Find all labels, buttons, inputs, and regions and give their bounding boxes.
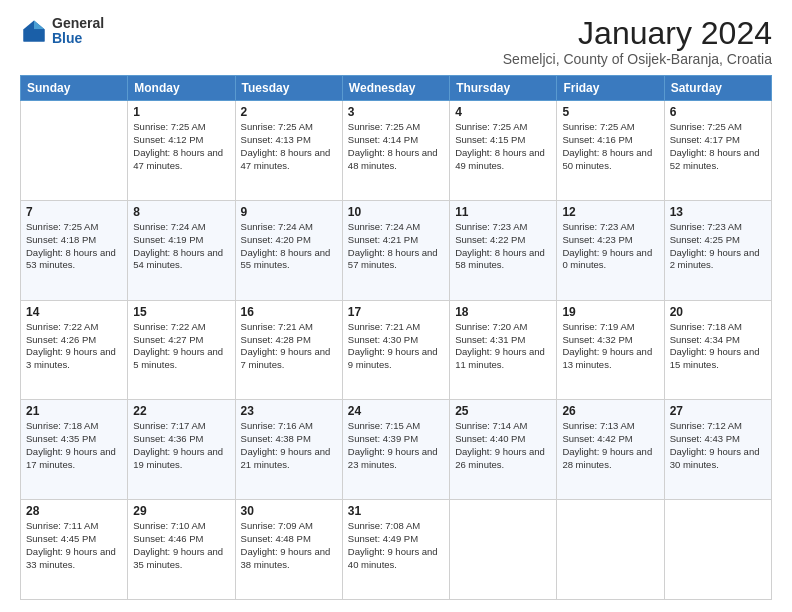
col-thursday: Thursday (450, 76, 557, 101)
calendar-cell (21, 101, 128, 201)
col-wednesday: Wednesday (342, 76, 449, 101)
week-row-4: 28Sunrise: 7:11 AMSunset: 4:45 PMDayligh… (21, 500, 772, 600)
calendar-cell: 1Sunrise: 7:25 AMSunset: 4:12 PMDaylight… (128, 101, 235, 201)
sunset-text: Sunset: 4:25 PM (670, 234, 740, 245)
sunrise-text: Sunrise: 7:23 AM (455, 221, 527, 232)
daylight-text: Daylight: 9 hours and 19 minutes. (133, 446, 223, 470)
calendar-cell: 22Sunrise: 7:17 AMSunset: 4:36 PMDayligh… (128, 400, 235, 500)
daylight-text: Daylight: 9 hours and 17 minutes. (26, 446, 116, 470)
cell-content: Sunrise: 7:08 AMSunset: 4:49 PMDaylight:… (348, 520, 444, 571)
sunset-text: Sunset: 4:12 PM (133, 134, 203, 145)
cell-content: Sunrise: 7:25 AMSunset: 4:13 PMDaylight:… (241, 121, 337, 172)
week-row-2: 14Sunrise: 7:22 AMSunset: 4:26 PMDayligh… (21, 300, 772, 400)
daylight-text: Daylight: 8 hours and 47 minutes. (241, 147, 331, 171)
cell-content: Sunrise: 7:10 AMSunset: 4:46 PMDaylight:… (133, 520, 229, 571)
sunset-text: Sunset: 4:46 PM (133, 533, 203, 544)
col-friday: Friday (557, 76, 664, 101)
cell-content: Sunrise: 7:16 AMSunset: 4:38 PMDaylight:… (241, 420, 337, 471)
sunrise-text: Sunrise: 7:17 AM (133, 420, 205, 431)
sunrise-text: Sunrise: 7:22 AM (133, 321, 205, 332)
calendar-cell: 31Sunrise: 7:08 AMSunset: 4:49 PMDayligh… (342, 500, 449, 600)
daylight-text: Daylight: 9 hours and 5 minutes. (133, 346, 223, 370)
sunrise-text: Sunrise: 7:13 AM (562, 420, 634, 431)
col-tuesday: Tuesday (235, 76, 342, 101)
cell-content: Sunrise: 7:20 AMSunset: 4:31 PMDaylight:… (455, 321, 551, 372)
cell-content: Sunrise: 7:25 AMSunset: 4:18 PMDaylight:… (26, 221, 122, 272)
calendar-cell: 24Sunrise: 7:15 AMSunset: 4:39 PMDayligh… (342, 400, 449, 500)
calendar-cell: 12Sunrise: 7:23 AMSunset: 4:23 PMDayligh… (557, 200, 664, 300)
logo-text: General Blue (52, 16, 104, 47)
sunset-text: Sunset: 4:34 PM (670, 334, 740, 345)
sunset-text: Sunset: 4:27 PM (133, 334, 203, 345)
day-number: 26 (562, 404, 658, 418)
calendar-cell: 10Sunrise: 7:24 AMSunset: 4:21 PMDayligh… (342, 200, 449, 300)
cell-content: Sunrise: 7:21 AMSunset: 4:28 PMDaylight:… (241, 321, 337, 372)
calendar-cell: 16Sunrise: 7:21 AMSunset: 4:28 PMDayligh… (235, 300, 342, 400)
day-number: 3 (348, 105, 444, 119)
cell-content: Sunrise: 7:24 AMSunset: 4:21 PMDaylight:… (348, 221, 444, 272)
day-number: 4 (455, 105, 551, 119)
calendar-cell: 4Sunrise: 7:25 AMSunset: 4:15 PMDaylight… (450, 101, 557, 201)
month-title: January 2024 (503, 16, 772, 51)
sunset-text: Sunset: 4:30 PM (348, 334, 418, 345)
sunset-text: Sunset: 4:43 PM (670, 433, 740, 444)
daylight-text: Daylight: 9 hours and 38 minutes. (241, 546, 331, 570)
calendar-cell: 9Sunrise: 7:24 AMSunset: 4:20 PMDaylight… (235, 200, 342, 300)
sunset-text: Sunset: 4:26 PM (26, 334, 96, 345)
sunrise-text: Sunrise: 7:25 AM (562, 121, 634, 132)
daylight-text: Daylight: 8 hours and 55 minutes. (241, 247, 331, 271)
sunset-text: Sunset: 4:40 PM (455, 433, 525, 444)
svg-marker-2 (24, 30, 45, 42)
cell-content: Sunrise: 7:13 AMSunset: 4:42 PMDaylight:… (562, 420, 658, 471)
daylight-text: Daylight: 8 hours and 53 minutes. (26, 247, 116, 271)
day-number: 6 (670, 105, 766, 119)
sunrise-text: Sunrise: 7:22 AM (26, 321, 98, 332)
sunrise-text: Sunrise: 7:21 AM (348, 321, 420, 332)
cell-content: Sunrise: 7:12 AMSunset: 4:43 PMDaylight:… (670, 420, 766, 471)
sunrise-text: Sunrise: 7:12 AM (670, 420, 742, 431)
daylight-text: Daylight: 8 hours and 47 minutes. (133, 147, 223, 171)
sunset-text: Sunset: 4:20 PM (241, 234, 311, 245)
col-saturday: Saturday (664, 76, 771, 101)
sunset-text: Sunset: 4:16 PM (562, 134, 632, 145)
col-sunday: Sunday (21, 76, 128, 101)
daylight-text: Daylight: 9 hours and 21 minutes. (241, 446, 331, 470)
col-monday: Monday (128, 76, 235, 101)
logo-icon (20, 17, 48, 45)
day-number: 9 (241, 205, 337, 219)
sunrise-text: Sunrise: 7:21 AM (241, 321, 313, 332)
calendar-cell: 8Sunrise: 7:24 AMSunset: 4:19 PMDaylight… (128, 200, 235, 300)
day-number: 15 (133, 305, 229, 319)
daylight-text: Daylight: 9 hours and 28 minutes. (562, 446, 652, 470)
cell-content: Sunrise: 7:24 AMSunset: 4:20 PMDaylight:… (241, 221, 337, 272)
cell-content: Sunrise: 7:14 AMSunset: 4:40 PMDaylight:… (455, 420, 551, 471)
sunrise-text: Sunrise: 7:10 AM (133, 520, 205, 531)
logo-blue-text: Blue (52, 31, 104, 46)
calendar-cell: 3Sunrise: 7:25 AMSunset: 4:14 PMDaylight… (342, 101, 449, 201)
cell-content: Sunrise: 7:23 AMSunset: 4:25 PMDaylight:… (670, 221, 766, 272)
calendar-cell (664, 500, 771, 600)
sunrise-text: Sunrise: 7:11 AM (26, 520, 98, 531)
cell-content: Sunrise: 7:24 AMSunset: 4:19 PMDaylight:… (133, 221, 229, 272)
calendar-cell: 7Sunrise: 7:25 AMSunset: 4:18 PMDaylight… (21, 200, 128, 300)
day-number: 23 (241, 404, 337, 418)
sunrise-text: Sunrise: 7:24 AM (348, 221, 420, 232)
sunset-text: Sunset: 4:38 PM (241, 433, 311, 444)
cell-content: Sunrise: 7:09 AMSunset: 4:48 PMDaylight:… (241, 520, 337, 571)
cell-content: Sunrise: 7:25 AMSunset: 4:16 PMDaylight:… (562, 121, 658, 172)
cell-content: Sunrise: 7:23 AMSunset: 4:23 PMDaylight:… (562, 221, 658, 272)
calendar-cell: 6Sunrise: 7:25 AMSunset: 4:17 PMDaylight… (664, 101, 771, 201)
sunrise-text: Sunrise: 7:14 AM (455, 420, 527, 431)
day-number: 25 (455, 404, 551, 418)
week-row-0: 1Sunrise: 7:25 AMSunset: 4:12 PMDaylight… (21, 101, 772, 201)
cell-content: Sunrise: 7:15 AMSunset: 4:39 PMDaylight:… (348, 420, 444, 471)
daylight-text: Daylight: 8 hours and 54 minutes. (133, 247, 223, 271)
day-number: 14 (26, 305, 122, 319)
calendar-cell: 11Sunrise: 7:23 AMSunset: 4:22 PMDayligh… (450, 200, 557, 300)
day-number: 1 (133, 105, 229, 119)
cell-content: Sunrise: 7:19 AMSunset: 4:32 PMDaylight:… (562, 321, 658, 372)
daylight-text: Daylight: 9 hours and 9 minutes. (348, 346, 438, 370)
sunrise-text: Sunrise: 7:25 AM (26, 221, 98, 232)
calendar-cell: 21Sunrise: 7:18 AMSunset: 4:35 PMDayligh… (21, 400, 128, 500)
day-number: 18 (455, 305, 551, 319)
